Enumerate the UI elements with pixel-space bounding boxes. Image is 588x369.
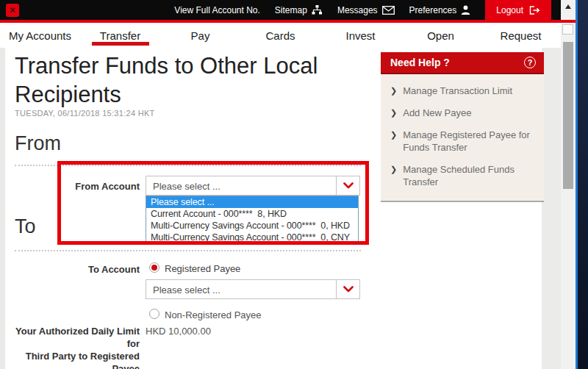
top-bar: ✕ View Full Account No. Sitemap Messages… [0, 0, 561, 20]
from-account-label: From Account [15, 180, 140, 193]
registered-payee-label[interactable]: Registered Payee [165, 263, 240, 274]
help-circle-icon[interactable]: ? [524, 57, 536, 68]
messages-label: Messages [337, 5, 378, 15]
need-help-body: ❯ Manage Transaction Limit ❯ Add New Pay… [381, 74, 544, 202]
to-account-select-value: Please select ... [153, 284, 220, 295]
to-account-select[interactable]: Please select ... [146, 279, 360, 299]
help-link-manage-scheduled-funds[interactable]: ❯ Manage Scheduled Funds Transfer [390, 163, 537, 188]
envelope-icon [382, 6, 395, 15]
chevron-right-icon: ❯ [390, 107, 397, 119]
help-link-manage-registered-payee[interactable]: ❯ Manage Registered Payee for Funds Tran… [390, 129, 537, 154]
logout-icon [529, 6, 540, 15]
daily-limit-label-line2: Third Party to Registered Payee [15, 350, 140, 369]
nav-pay[interactable]: Pay [160, 23, 240, 48]
nav-invest[interactable]: Invest [320, 23, 401, 48]
nav-request[interactable]: Request [481, 23, 561, 48]
to-account-label: To Account [15, 263, 140, 276]
sitemap-icon [312, 5, 323, 15]
daily-limit-label: Your Authorized Daily Limit for Third Pa… [15, 325, 140, 369]
chevron-down-icon [343, 286, 354, 293]
chevron-down-icon [343, 182, 354, 189]
scrollbar-track-box [562, 24, 573, 35]
from-divider [15, 165, 361, 166]
non-registered-payee-label[interactable]: Non-Registered Payee [165, 309, 262, 320]
logout-label: Logout [496, 5, 523, 15]
dropdown-option-mcsa-cny[interactable]: Multi-Currency Savings Account - 000****… [146, 232, 358, 243]
browser-scrollbar[interactable] [561, 0, 576, 369]
to-select-chevron-cell[interactable] [336, 280, 359, 298]
daily-limit-label-line1: Your Authorized Daily Limit for [15, 325, 140, 350]
active-tab-indicator [92, 42, 149, 46]
chevron-right-icon: ❯ [390, 129, 397, 154]
from-account-select-value: Please select ... [153, 181, 220, 192]
from-account-select[interactable]: Please select ... [146, 176, 360, 196]
scrollbar-up-arrow-icon[interactable] [565, 4, 571, 9]
view-full-account-label: View Full Account No. [174, 5, 260, 15]
from-section-heading: From [15, 132, 61, 155]
page-right-margin [542, 48, 561, 369]
nav-open[interactable]: Open [401, 23, 481, 48]
non-registered-payee-radio[interactable] [149, 309, 159, 319]
need-help-header: Need Help ? ? [381, 52, 544, 74]
daily-limit-value: HKD 10,000.00 [146, 326, 211, 337]
registered-payee-radio[interactable] [149, 262, 159, 273]
topbar-links: View Full Account No. Sitemap Messages P… [174, 0, 561, 20]
scrollbar-thumb[interactable] [563, 42, 573, 189]
chevron-right-icon: ❯ [390, 85, 397, 97]
page-left-margin [0, 48, 5, 369]
to-divider [15, 250, 361, 251]
help-link-manage-transaction-limit[interactable]: ❯ Manage Transaction Limit [390, 85, 537, 97]
messages-link[interactable]: Messages [337, 5, 395, 15]
bank-logo-icon[interactable]: ✕ [6, 4, 19, 17]
sitemap-link[interactable]: Sitemap [275, 5, 323, 15]
nav-my-accounts[interactable]: My Accounts [0, 23, 80, 48]
dropdown-option-please-select[interactable]: Please select ... [146, 196, 358, 208]
page-timestamp: TUESDAY, 06/11/2018 15:31:24 HKT [15, 109, 155, 118]
sitemap-label: Sitemap [275, 5, 307, 15]
from-account-dropdown-list: Please select ... Current Account - 000*… [146, 196, 359, 244]
main-nav: My Accounts Transfer Pay Cards Invest Op… [0, 23, 561, 48]
view-full-account-link[interactable]: View Full Account No. [174, 5, 260, 15]
nav-transfer[interactable]: Transfer [80, 23, 160, 48]
need-help-title: Need Help ? [390, 57, 450, 68]
to-section-heading: To [15, 215, 36, 238]
from-select-chevron-cell[interactable] [336, 176, 359, 195]
dropdown-option-mcsa-hkd[interactable]: Multi-Currency Savings Account - 000****… [146, 220, 358, 232]
page-title: Transfer Funds to Other Local Recipients [15, 51, 368, 109]
chevron-right-icon: ❯ [390, 163, 397, 188]
desktop-background [578, 0, 588, 369]
need-help-panel: Need Help ? ? ❯ Manage Transaction Limit… [381, 52, 544, 202]
person-icon [461, 5, 470, 15]
preferences-label: Preferences [409, 5, 457, 15]
preferences-link[interactable]: Preferences [409, 5, 471, 15]
nav-cards[interactable]: Cards [240, 23, 320, 48]
dropdown-option-current-account[interactable]: Current Account - 000**** 8, HKD [146, 208, 358, 220]
logout-button[interactable]: Logout [485, 0, 551, 20]
help-link-add-new-payee[interactable]: ❯ Add New Payee [390, 107, 537, 119]
brand-red-rule [0, 20, 576, 23]
